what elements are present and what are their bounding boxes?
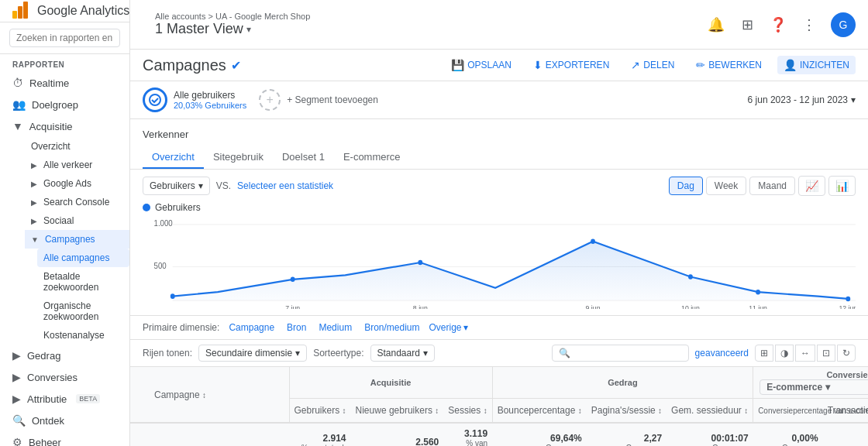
explorer-label: Verkenner bbox=[143, 125, 856, 143]
sidebar-item-alle-verkeer[interactable]: ▶ Alle verkeer bbox=[25, 156, 129, 174]
col-checkbox bbox=[130, 367, 150, 423]
campagnes-label: Campagnes bbox=[45, 234, 95, 245]
col-conversie-header[interactable]: Conversiepercentage van e-commerce ↕ bbox=[753, 399, 823, 424]
metric-arrow-icon: ▾ bbox=[198, 180, 203, 191]
col-bounce-header[interactable]: Bouncepercentage ↕ bbox=[492, 399, 587, 424]
col-gebruikers-header[interactable]: Gebruikers ↕ bbox=[289, 399, 351, 424]
export-button[interactable]: ⬇ EXPORTEREN bbox=[527, 56, 615, 74]
tab-overzicht[interactable]: Overzicht bbox=[143, 146, 204, 169]
sidebar-item-organische-zoekwoorden[interactable]: Organische zoekwoorden bbox=[37, 297, 129, 326]
sidebar-item-search-console[interactable]: ▶ Search Console bbox=[25, 193, 129, 211]
svg-text:500: 500 bbox=[154, 261, 167, 270]
sidebar-item-alle-campagnes[interactable]: Alle campagnes bbox=[37, 249, 129, 267]
expand-icon: ▶ bbox=[31, 180, 37, 188]
tab-doelset[interactable]: Doelset 1 bbox=[273, 146, 334, 169]
secondary-dimension-selector[interactable]: Secundaire dimensie ▾ bbox=[198, 345, 307, 362]
export-icon: ⬇ bbox=[533, 59, 542, 71]
col-nieuwe-gebruikers-header[interactable]: Nieuwe gebruikers ↕ bbox=[351, 399, 444, 424]
svg-point-10 bbox=[170, 293, 175, 299]
total-nieuwe-gebruikers-cell: 2.560 % van totaal: 20,46% (12.513) bbox=[351, 423, 444, 446]
sort-type-selector[interactable]: Standaard ▾ bbox=[370, 345, 435, 362]
table-search-input[interactable] bbox=[574, 348, 682, 359]
notifications-button[interactable]: 🔔 bbox=[707, 15, 725, 34]
col-campagne-header[interactable]: Campagne ↕ bbox=[150, 367, 289, 423]
sidebar-item-betaalde-zoekwoorden[interactable]: Betaalde zoekwoorden bbox=[37, 267, 129, 297]
legend-label: Gebruikers bbox=[155, 202, 201, 213]
page-title-area: Campagnes ✔ bbox=[143, 57, 241, 74]
period-week-button[interactable]: Week bbox=[706, 177, 746, 195]
segment-check-icon bbox=[149, 94, 161, 106]
reports-section-label: RAPPORTEN bbox=[0, 54, 129, 72]
svg-text:7 jun: 7 jun bbox=[285, 304, 300, 309]
conversion-type-selector[interactable]: E-commerce ▾ bbox=[760, 379, 868, 395]
insights-button[interactable]: 👤 INZICHTEN bbox=[777, 56, 856, 74]
user-avatar[interactable]: G bbox=[831, 12, 856, 37]
sidebar-item-conversies[interactable]: ▶ Conversies bbox=[0, 366, 129, 388]
sidebar-item-beheer[interactable]: ⚙ Beheer bbox=[0, 431, 129, 446]
beta-badge: BETA bbox=[76, 394, 100, 403]
period-month-button[interactable]: Maand bbox=[749, 177, 795, 195]
sidebar-item-overzicht[interactable]: Overzicht bbox=[25, 137, 129, 156]
svg-text:1.000: 1.000 bbox=[154, 219, 173, 228]
svg-point-12 bbox=[418, 260, 422, 266]
view-lifetime-button[interactable]: ↻ bbox=[837, 345, 856, 362]
view-pie-button[interactable]: ◑ bbox=[775, 345, 794, 362]
svg-rect-2 bbox=[23, 2, 28, 19]
gedrag-label: Gedrag bbox=[27, 350, 60, 362]
date-range-selector[interactable]: 6 jun 2023 - 12 jun 2023 ▾ bbox=[748, 94, 856, 105]
apps-button[interactable]: ⊞ bbox=[738, 15, 756, 34]
svg-point-3 bbox=[150, 94, 160, 105]
col-sessies-header[interactable]: Sessies ↕ bbox=[443, 399, 492, 424]
svg-rect-1 bbox=[18, 6, 22, 19]
period-day-button[interactable]: Dag bbox=[669, 177, 703, 195]
view-grid-button[interactable]: ⊞ bbox=[755, 345, 773, 362]
dim-more-button[interactable]: Overige ▾ bbox=[429, 322, 468, 333]
help-button[interactable]: ❓ bbox=[769, 15, 787, 34]
secondary-dim-label: Secundaire dimensie bbox=[205, 348, 292, 359]
dim-bron-medium[interactable]: Bron/medium bbox=[361, 321, 422, 334]
period-buttons: Dag Week Maand 📈 📊 bbox=[669, 176, 856, 196]
advanced-link[interactable]: geavanceerd bbox=[695, 348, 749, 359]
search-input[interactable] bbox=[9, 29, 120, 47]
tab-ecommerce[interactable]: E-commerce bbox=[334, 146, 410, 169]
edit-button[interactable]: ✏ BEWERKEN bbox=[690, 56, 768, 74]
chart-bar-type-button[interactable]: 📊 bbox=[828, 176, 856, 196]
sidebar-item-ontdek[interactable]: 🔍 Ontdek bbox=[0, 410, 129, 431]
col-sessieduur-header[interactable]: Gem. sessieduur ↕ bbox=[666, 399, 753, 424]
sidebar-item-sociaal[interactable]: ▶ Sociaal bbox=[25, 211, 129, 230]
conversion-arrow-icon: ▾ bbox=[825, 382, 830, 393]
dim-medium[interactable]: Medium bbox=[315, 321, 355, 334]
sidebar-item-label: Realtime bbox=[29, 77, 69, 89]
sidebar-item-gedrag[interactable]: ▶ Gedrag bbox=[0, 345, 129, 366]
save-button[interactable]: 💾 OPSLAAN bbox=[445, 56, 518, 74]
sidebar-item-acquisitie[interactable]: ▼ Acquisitie bbox=[0, 115, 129, 137]
sidebar-item-doelgroep[interactable]: 👥 Doelgroep bbox=[0, 94, 129, 115]
col-paginas-header[interactable]: Pagina's/sessie ↕ bbox=[587, 399, 666, 424]
expand-icon: ▶ bbox=[31, 217, 37, 225]
chart-line-type-button[interactable]: 📈 bbox=[798, 176, 825, 196]
sidebar-item-attributie[interactable]: ▶ Attributie BETA bbox=[0, 388, 129, 410]
rows-label: Rijen tonen: bbox=[143, 348, 192, 359]
add-segment-button[interactable]: + + Segment toevoegen bbox=[259, 89, 378, 111]
table-search-box[interactable]: 🔍 bbox=[552, 345, 689, 362]
dim-campagne[interactable]: Campagne bbox=[226, 321, 277, 334]
sidebar-item-campagnes[interactable]: ▼ Campagnes bbox=[25, 230, 129, 249]
sidebar-item-realtime[interactable]: ⏱ Realtime bbox=[0, 72, 129, 94]
metric-selector[interactable]: Gebruikers ▾ bbox=[143, 177, 210, 195]
sidebar-item-google-ads[interactable]: ▶ Google Ads bbox=[25, 174, 129, 193]
view-pivot-button[interactable]: ⊡ bbox=[817, 345, 835, 362]
sidebar-item-kostenanalyse[interactable]: Kostenanalyse bbox=[37, 326, 129, 345]
select-stat-link[interactable]: Selecteer een statistiek bbox=[237, 180, 333, 191]
more-button[interactable]: ⋮ bbox=[800, 15, 818, 34]
segment-sub: 20,03% Gebruikers bbox=[174, 101, 246, 110]
sort-sessies-icon: ↕ bbox=[484, 407, 487, 415]
view-selector[interactable]: 1 Master View ▾ bbox=[155, 21, 707, 37]
sidebar-search[interactable] bbox=[0, 22, 129, 54]
view-compare-button[interactable]: ↔ bbox=[795, 345, 815, 362]
acquisitie-icon: ▼ bbox=[12, 120, 23, 132]
dim-bron[interactable]: Bron bbox=[284, 321, 309, 334]
col-transacties-header[interactable]: Transacties ↕ bbox=[823, 399, 868, 424]
sort-type-label: Sorteertype: bbox=[313, 348, 363, 359]
tab-sitegebruik[interactable]: Sitegebruik bbox=[204, 146, 273, 169]
share-button[interactable]: ↗ DELEN bbox=[625, 56, 680, 74]
